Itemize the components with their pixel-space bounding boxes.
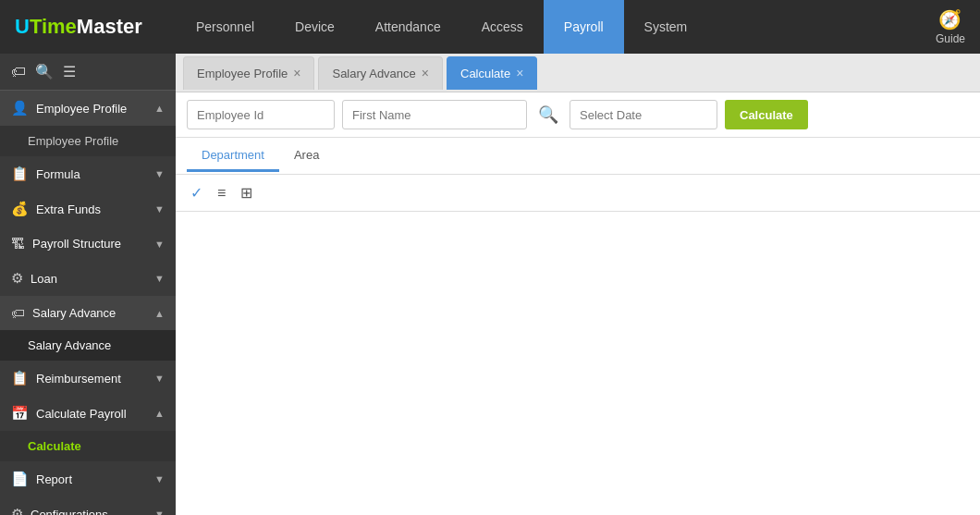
- sidebar-group-loan: ⚙ Loan ▼: [0, 261, 176, 296]
- guide-button[interactable]: 🧭 Guide: [921, 8, 980, 45]
- chevron-down-icon-loan: ▼: [154, 273, 165, 284]
- sub-tab-area[interactable]: Area: [279, 141, 334, 172]
- chevron-down-icon-configurations: ▼: [154, 509, 165, 515]
- calculate-button[interactable]: Calculate: [725, 100, 808, 129]
- chevron-up-icon: ▲: [154, 103, 165, 114]
- sidebar-group-formula: 📋 Formula ▼: [0, 156, 176, 191]
- sidebar-group-report: 📄 Report ▼: [0, 461, 176, 497]
- calculate-payroll-icon: 📅: [11, 405, 29, 422]
- sidebar-group-label-formula: Formula: [36, 167, 80, 181]
- chevron-down-icon-extra-funds: ▼: [154, 203, 165, 215]
- guide-label: Guide: [936, 32, 965, 45]
- check-view-icon[interactable]: ✓: [187, 182, 206, 203]
- sidebar-item-loan[interactable]: ⚙ Loan ▼: [0, 261, 176, 296]
- sidebar-group-configurations: ⚙ Configurations ▼: [0, 497, 176, 515]
- sidebar-group-salary-advance: 🏷 Salary Advance ▲ Salary Advance: [0, 296, 176, 361]
- sidebar-group-label-calculate-payroll: Calculate Payroll: [36, 407, 127, 421]
- chevron-up-icon-calculate-payroll: ▲: [154, 408, 165, 419]
- reimbursement-icon: 📋: [11, 370, 29, 386]
- search-icon[interactable]: 🔍: [35, 63, 54, 80]
- table-area: [176, 212, 980, 515]
- payroll-structure-icon: 🏗: [11, 236, 25, 251]
- sidebar-group-label-report: Report: [36, 472, 72, 486]
- chevron-down-icon-formula: ▼: [154, 168, 165, 179]
- chevron-up-icon-salary-advance: ▲: [154, 308, 165, 319]
- sidebar-group-label-payroll-structure: Payroll Structure: [32, 237, 121, 251]
- sidebar-group-label-salary-advance: Salary Advance: [32, 306, 116, 320]
- nav-item-attendance[interactable]: Attendance: [355, 0, 461, 54]
- sidebar-item-extra-funds[interactable]: 💰 Extra Funds ▼: [0, 191, 176, 227]
- sidebar: 🏷 🔍 ☰ 👤 Employee Profile ▲ Employee Prof…: [0, 54, 176, 515]
- sidebar-group-label-employee-profile: Employee Profile: [36, 102, 127, 116]
- logo: UTime Master: [0, 15, 176, 39]
- employee-profile-icon: 👤: [11, 100, 29, 116]
- formula-icon: 📋: [11, 166, 29, 182]
- sidebar-group-payroll-structure: 🏗 Payroll Structure ▼: [0, 227, 176, 261]
- sidebar-group-label-reimbursement: Reimbursement: [36, 372, 121, 386]
- chevron-down-icon-payroll-structure: ▼: [154, 239, 165, 250]
- nav-item-access[interactable]: Access: [461, 0, 544, 54]
- sidebar-group-extra-funds: 💰 Extra Funds ▼: [0, 191, 176, 227]
- search-button[interactable]: 🔍: [534, 104, 562, 125]
- sub-tab-department[interactable]: Department: [187, 141, 279, 172]
- tab-bar: Employee Profile × Salary Advance × Calc…: [176, 54, 980, 92]
- view-icons-bar: ✓ ≡ ⊞: [176, 175, 980, 212]
- list-view-icon[interactable]: ≡: [214, 183, 229, 203]
- sidebar-toolbar: 🏷 🔍 ☰: [0, 54, 176, 91]
- logo-master: Master: [77, 15, 142, 39]
- guide-icon: 🧭: [938, 8, 962, 31]
- sidebar-group-label-loan: Loan: [31, 272, 57, 286]
- nav-item-system[interactable]: System: [624, 0, 708, 54]
- first-name-input[interactable]: [342, 100, 527, 129]
- tab-calculate-label: Calculate: [460, 67, 510, 80]
- date-input[interactable]: [570, 100, 717, 129]
- sidebar-item-employee-profile[interactable]: 👤 Employee Profile ▲: [0, 91, 176, 126]
- salary-advance-icon: 🏷: [11, 305, 25, 321]
- sidebar-group-label-configurations: Configurations: [31, 508, 108, 516]
- sidebar-group-calculate-payroll: 📅 Calculate Payroll ▲ Calculate: [0, 396, 176, 461]
- content-area: Employee Profile × Salary Advance × Calc…: [176, 54, 980, 515]
- sidebar-item-calculate-sub[interactable]: Calculate: [0, 431, 176, 461]
- logo-u: U: [15, 15, 30, 39]
- tab-employee-profile[interactable]: Employee Profile ×: [183, 56, 314, 90]
- sidebar-group-reimbursement: 📋 Reimbursement ▼: [0, 361, 176, 396]
- main-layout: 🏷 🔍 ☰ 👤 Employee Profile ▲ Employee Prof…: [0, 54, 980, 515]
- nav-items: Personnel Device Attendance Access Payro…: [176, 0, 921, 54]
- sidebar-item-reimbursement[interactable]: 📋 Reimbursement ▼: [0, 361, 176, 396]
- tab-employee-profile-label: Employee Profile: [197, 67, 288, 80]
- tag-icon[interactable]: 🏷: [11, 64, 26, 80]
- logo-time: Time: [30, 15, 77, 39]
- sidebar-group-label-extra-funds: Extra Funds: [36, 202, 101, 216]
- nav-item-payroll[interactable]: Payroll: [544, 0, 624, 54]
- sidebar-item-calculate-payroll[interactable]: 📅 Calculate Payroll ▲: [0, 396, 176, 431]
- tab-employee-profile-close[interactable]: ×: [293, 67, 300, 80]
- chevron-down-icon-report: ▼: [154, 473, 165, 484]
- employee-id-input[interactable]: [187, 100, 335, 129]
- tab-salary-advance[interactable]: Salary Advance ×: [318, 56, 443, 90]
- sub-tab-bar: Department Area: [176, 138, 980, 175]
- list-icon[interactable]: ☰: [63, 63, 76, 80]
- sidebar-item-formula[interactable]: 📋 Formula ▼: [0, 156, 176, 191]
- sidebar-item-employee-profile-sub[interactable]: Employee Profile: [0, 126, 176, 156]
- hierarchy-view-icon[interactable]: ⊞: [237, 182, 256, 203]
- sidebar-group-employee-profile: 👤 Employee Profile ▲ Employee Profile: [0, 91, 176, 156]
- chevron-down-icon-reimbursement: ▼: [154, 373, 165, 384]
- tab-salary-advance-label: Salary Advance: [332, 67, 415, 80]
- sidebar-item-payroll-structure[interactable]: 🏗 Payroll Structure ▼: [0, 227, 176, 261]
- tab-calculate[interactable]: Calculate ×: [447, 56, 537, 90]
- report-icon: 📄: [11, 471, 29, 487]
- nav-item-personnel[interactable]: Personnel: [176, 0, 275, 54]
- tab-calculate-close[interactable]: ×: [516, 67, 523, 80]
- loan-icon: ⚙: [11, 270, 23, 287]
- filter-bar: 🔍 Calculate: [176, 92, 980, 138]
- sidebar-item-configurations[interactable]: ⚙ Configurations ▼: [0, 497, 176, 515]
- sidebar-item-salary-advance-sub[interactable]: Salary Advance: [0, 330, 176, 361]
- sidebar-item-report[interactable]: 📄 Report ▼: [0, 461, 176, 497]
- tab-salary-advance-close[interactable]: ×: [422, 67, 429, 80]
- nav-item-device[interactable]: Device: [275, 0, 355, 54]
- extra-funds-icon: 💰: [11, 201, 29, 217]
- top-nav: UTime Master Personnel Device Attendance…: [0, 0, 980, 54]
- configurations-icon: ⚙: [11, 506, 23, 515]
- sidebar-item-salary-advance[interactable]: 🏷 Salary Advance ▲: [0, 296, 176, 330]
